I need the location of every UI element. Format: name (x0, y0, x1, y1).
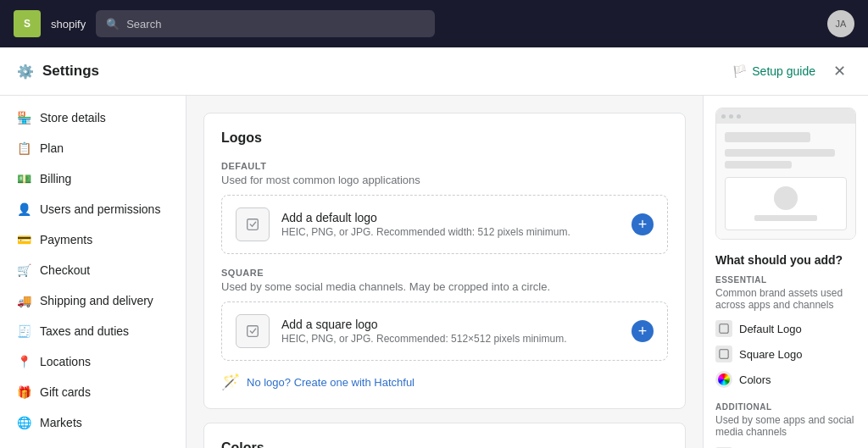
shopify-logo: S (14, 10, 41, 37)
top-bar-right: JA (827, 10, 854, 37)
search-bar[interactable]: 🔍 Search (96, 10, 435, 37)
top-bar: S shopify 🔍 Search JA (0, 0, 868, 47)
search-icon: 🔍 (106, 18, 120, 30)
store-name: shopify (51, 18, 86, 30)
avatar[interactable]: JA (827, 10, 854, 37)
search-placeholder: Search (126, 18, 161, 30)
